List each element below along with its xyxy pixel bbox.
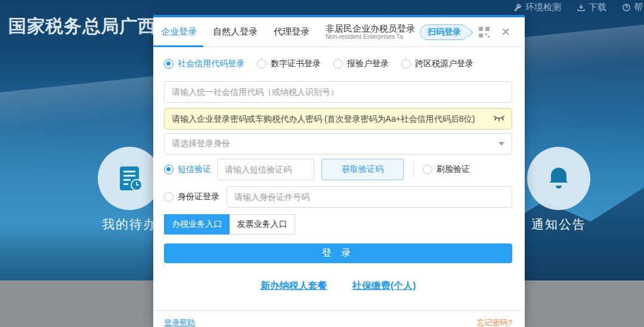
active-tab-underline	[153, 45, 203, 47]
radio-sms-verify[interactable]: 短信验证	[164, 164, 211, 175]
login-form: 社会信用代码登录 数字证书登录 报验户登录 跨区税源户登录	[153, 58, 525, 292]
radio-dot	[257, 59, 267, 69]
scan-login-tag[interactable]: 扫码登录	[420, 24, 469, 40]
password-input[interactable]	[164, 108, 512, 129]
radio-cross-region-label: 跨区税源户登录	[415, 58, 473, 69]
quick-links: 新办纳税人套餐 社保缴费(个人)	[164, 280, 512, 292]
todo-doc-clock-icon	[113, 162, 146, 195]
tab-natural-person-login[interactable]: 自然人登录	[213, 26, 258, 38]
login-button[interactable]: 登 录	[164, 243, 512, 263]
radio-digital-cert-login[interactable]: 数字证书登录	[257, 58, 321, 69]
tab-invoice-business-entry[interactable]: 发票业务入口	[230, 214, 295, 235]
tab-nonresident-sublabel: Non-resident Enterprises Ta	[326, 33, 415, 40]
login-help-link[interactable]: 登录帮助	[164, 317, 195, 327]
qr-code-icon[interactable]	[477, 25, 491, 39]
identity-select[interactable]: 请选择登录身份	[164, 133, 512, 155]
business-entry-tabs: 办税业务入口 发票业务入口	[164, 214, 512, 235]
help-button[interactable]: 帮	[622, 2, 643, 13]
get-code-button[interactable]: 获取验证码	[321, 159, 404, 180]
modal-footer: 登录帮助 忘记密码?	[153, 310, 525, 327]
radio-cross-region-login[interactable]: 跨区税源户登录	[401, 58, 473, 69]
tab-nonresident-label: 非居民企业办税员登录	[326, 24, 415, 33]
forgot-password-link[interactable]: 忘记密码?	[477, 317, 512, 327]
login-tab-bar: 企业登录 自然人登录 代理登录 非居民企业办税员登录 Non-resident …	[153, 17, 525, 47]
env-check-label: 环境检测	[525, 2, 561, 13]
download-button[interactable]: 下载	[577, 2, 606, 13]
env-check-button[interactable]: 环境检测	[513, 2, 561, 13]
bell-icon	[543, 163, 574, 194]
tab-agent-login[interactable]: 代理登录	[274, 26, 309, 38]
radio-dot	[164, 165, 174, 174]
radio-dot	[333, 59, 343, 69]
radio-face-verify[interactable]: 刷脸验证	[423, 164, 470, 175]
wrench-icon	[513, 3, 522, 12]
download-icon	[577, 3, 586, 12]
tab-enterprise-login[interactable]: 企业登录	[161, 26, 197, 38]
social-security-link[interactable]: 社保缴费(个人)	[352, 280, 416, 292]
id-login-label: 身份证登录	[178, 192, 219, 202]
sms-verify-label: 短信验证	[178, 164, 211, 175]
login-type-radio-group: 社会信用代码登录 数字证书登录 报验户登录 跨区税源户登录	[164, 58, 512, 70]
id-number-input[interactable]	[227, 186, 512, 208]
radio-credit-code-login[interactable]: 社会信用代码登录	[164, 58, 244, 69]
radio-credit-code-label: 社会信用代码登录	[178, 58, 244, 69]
radio-inspection-login[interactable]: 报验户登录	[333, 58, 389, 69]
download-label: 下载	[589, 2, 606, 13]
new-taxpayer-link[interactable]: 新办纳税人套餐	[261, 280, 327, 292]
notice-circle	[527, 147, 590, 210]
identity-select-placeholder: 请选择登录身份	[172, 138, 230, 149]
chevron-down-icon	[499, 142, 504, 146]
sms-code-input[interactable]	[217, 159, 314, 180]
radio-dot	[423, 165, 432, 174]
id-login-row: 身份证登录	[164, 186, 512, 208]
page-title: 国家税务总局广西	[8, 14, 157, 39]
notice-label: 通知公告	[511, 216, 606, 233]
tab-tax-business-entry[interactable]: 办税业务入口	[164, 214, 230, 235]
sms-verify-row: 短信验证 获取验证码 刷脸验证	[164, 159, 512, 180]
top-navigation: 环境检测 下载 帮	[513, 0, 644, 14]
todo-circle	[98, 147, 161, 210]
eye-closed-icon[interactable]	[493, 115, 505, 123]
vertical-divider	[413, 161, 414, 178]
radio-id-login[interactable]: 身份证登录	[164, 192, 219, 202]
notice-feature[interactable]: 通知公告	[511, 147, 606, 233]
radio-digital-cert-label: 数字证书登录	[271, 58, 321, 69]
radio-dot	[164, 59, 174, 69]
help-label: 帮	[634, 2, 643, 13]
tab-nonresident-login[interactable]: 非居民企业办税员登录 Non-resident Enterprises Ta	[326, 24, 415, 40]
radio-dot	[164, 192, 174, 202]
login-modal: 企业登录 自然人登录 代理登录 非居民企业办税员登录 Non-resident …	[153, 15, 525, 327]
close-icon[interactable]: ✕	[501, 26, 510, 38]
radio-inspection-label: 报验户登录	[347, 58, 389, 69]
help-icon	[622, 3, 631, 12]
face-verify-label: 刷脸验证	[436, 164, 470, 175]
credit-code-input[interactable]	[164, 81, 512, 103]
radio-dot	[401, 59, 411, 69]
